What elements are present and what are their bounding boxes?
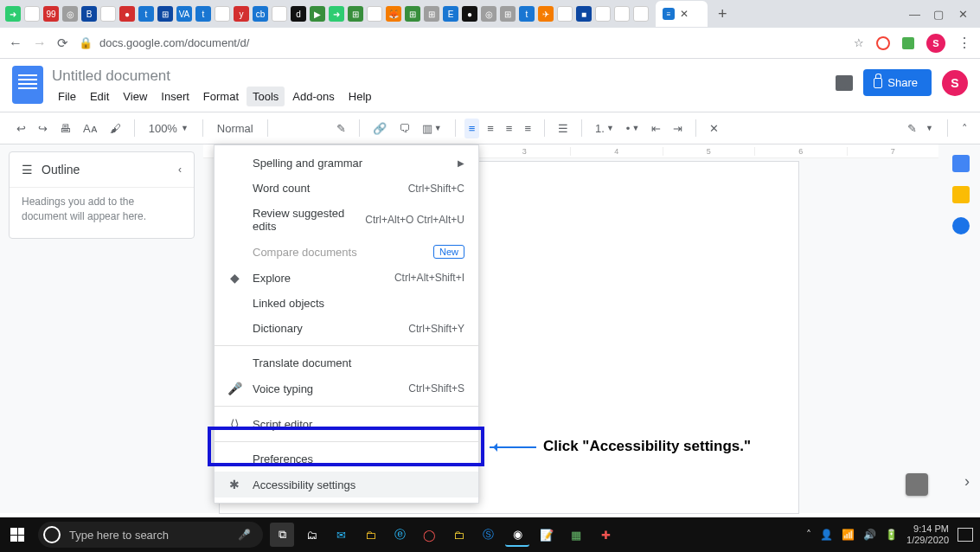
taskview-button[interactable]: ⧉ <box>270 523 294 547</box>
taskbar-search[interactable]: Type here to search 🎤 <box>38 522 263 548</box>
tab-favicon[interactable] <box>24 6 40 22</box>
tab-favicon[interactable]: ▶ <box>310 6 325 22</box>
opera-extension-icon[interactable] <box>876 36 890 50</box>
taskbar-app[interactable]: 🗂 <box>299 523 323 547</box>
menu-file[interactable]: File <box>52 87 82 106</box>
tasks-addon-icon[interactable] <box>952 217 970 234</box>
comment-button[interactable]: 🗨 <box>394 119 414 138</box>
taskbar-app-excel[interactable]: ▦ <box>564 523 588 547</box>
nav-reload-button[interactable]: ⟳ <box>57 35 68 51</box>
tab-favicon[interactable]: e <box>614 6 630 22</box>
taskbar-app-outlook[interactable]: ✉ <box>329 523 353 547</box>
tab-favicon[interactable]: nP <box>272 6 287 22</box>
outline-header[interactable]: ☰ Outline ‹ <box>10 152 194 187</box>
action-center-button[interactable] <box>958 528 973 542</box>
keep-addon-icon[interactable] <box>952 186 970 203</box>
hide-menus-button[interactable]: ˄ <box>962 122 968 135</box>
chrome-menu-button[interactable]: ⋮ <box>958 35 971 51</box>
menu-addons[interactable]: Add-ons <box>286 87 340 106</box>
align-left-button[interactable]: ≡ <box>464 119 480 138</box>
chrome-profile-avatar[interactable]: S <box>926 34 945 53</box>
tab-favicon[interactable]: ◎ <box>215 6 230 22</box>
taskbar-app-skype[interactable]: Ⓢ <box>476 523 500 547</box>
menuitem-preferences[interactable]: Preferences <box>215 446 478 472</box>
menuitem-script-editor[interactable]: ⟨⟩ Script editor <box>215 411 478 437</box>
tab-favicon[interactable]: ➜ <box>5 6 21 22</box>
url-field[interactable]: 🔒 docs.google.com/document/d/ <box>79 36 843 49</box>
taskbar-app[interactable]: 📝 <box>535 523 559 547</box>
menuitem-dictionary[interactable]: Dictionary Ctrl+Shift+Y <box>215 316 478 341</box>
numbered-list-button[interactable]: 1.▼ <box>591 119 618 138</box>
tab-favicon[interactable]: ✈ <box>538 6 554 22</box>
menuitem-translate-document[interactable]: Translate document <box>215 350 478 375</box>
new-tab-button[interactable]: + <box>718 5 727 23</box>
print-button[interactable]: 🖶 <box>55 119 75 138</box>
tab-favicon[interactable]: e <box>595 6 611 22</box>
undo-button[interactable]: ↩ <box>12 119 30 138</box>
account-avatar[interactable]: S <box>942 70 968 96</box>
active-tab[interactable]: ≡ ✕ <box>656 1 708 27</box>
taskbar-clock[interactable]: 9:14 PM 1/29/2020 <box>906 523 949 545</box>
menuitem-linked-objects[interactable]: Linked objects <box>215 291 478 316</box>
menuitem-spelling-grammar[interactable]: Spelling and grammar ▶ <box>215 151 478 176</box>
tab-favicon[interactable]: ◎ <box>481 6 496 22</box>
tab-favicon[interactable]: 99 <box>43 6 59 22</box>
menuitem-word-count[interactable]: Word count Ctrl+Shift+C <box>215 176 478 201</box>
menuitem-review-suggested[interactable]: Review suggested edits Ctrl+Alt+O Ctrl+A… <box>215 201 478 239</box>
paint-format-button[interactable]: 🖌 <box>106 119 125 138</box>
line-spacing-button[interactable]: ☰ <box>554 119 573 138</box>
bulleted-list-button[interactable]: •▼ <box>622 119 644 138</box>
tab-favicon[interactable]: B <box>81 6 97 22</box>
decrease-indent-button[interactable]: ⇤ <box>647 119 665 138</box>
extension-icon[interactable] <box>902 37 914 49</box>
tab-favicon[interactable]: nP <box>367 6 382 22</box>
tray-overflow-button[interactable]: ˄ <box>806 529 811 541</box>
tab-favicon[interactable]: G <box>100 6 116 22</box>
taskbar-app-edge[interactable]: ⓔ <box>388 523 412 547</box>
taskbar-app[interactable]: ✚ <box>593 523 618 547</box>
menu-insert[interactable]: Insert <box>155 87 195 106</box>
align-center-button[interactable]: ≡ <box>483 119 498 138</box>
explore-fab[interactable] <box>906 473 928 496</box>
tab-favicon[interactable]: ■ <box>576 6 592 22</box>
clear-formatting-button[interactable]: ✕ <box>705 119 723 138</box>
open-comments-icon[interactable] <box>836 75 853 91</box>
tab-favicon[interactable]: G <box>557 6 573 22</box>
menuitem-explore[interactable]: ◆ Explore Ctrl+Alt+Shift+I <box>215 265 478 291</box>
tab-favicon[interactable]: ◎ <box>62 6 78 22</box>
menuitem-accessibility-settings[interactable]: ✱ Accessibility settings <box>215 472 478 497</box>
image-button[interactable]: ▥▼ <box>418 119 446 138</box>
share-button[interactable]: Share <box>863 69 932 96</box>
network-icon[interactable]: 📶 <box>842 529 855 541</box>
tab-favicon[interactable]: ➜ <box>329 6 344 22</box>
taskbar-app-explorer[interactable]: 🗀 <box>358 523 382 547</box>
tab-favicon[interactable]: d <box>291 6 306 22</box>
chevron-left-icon[interactable]: ‹ <box>178 164 182 176</box>
taskbar-app-opera[interactable]: ◯ <box>417 523 441 547</box>
styles-dropdown[interactable]: Normal <box>212 122 259 135</box>
tab-favicon[interactable]: ● <box>462 6 477 22</box>
tab-favicon[interactable]: cb <box>253 6 268 22</box>
bookmark-star-icon[interactable]: ☆ <box>854 36 864 49</box>
tab-favicon[interactable]: ⊞ <box>405 6 420 22</box>
tab-favicon[interactable]: ● <box>119 6 135 22</box>
menu-format[interactable]: Format <box>197 87 245 106</box>
align-justify-button[interactable]: ≡ <box>520 119 535 138</box>
menuitem-voice-typing[interactable]: 🎤 Voice typing Ctrl+Shift+S <box>215 375 478 401</box>
calendar-addon-icon[interactable] <box>952 155 970 172</box>
taskbar-app-chrome[interactable]: ◉ <box>505 523 529 547</box>
tab-favicon[interactable]: ⊞ <box>500 6 516 22</box>
people-icon[interactable]: 👤 <box>820 529 833 541</box>
battery-icon[interactable]: 🔋 <box>885 529 898 541</box>
taskbar-app[interactable]: 🗀 <box>446 523 471 547</box>
tab-favicon[interactable]: ⊞ <box>348 6 363 22</box>
window-maximize-button[interactable]: ▢ <box>933 8 944 21</box>
redo-button[interactable]: ↪ <box>34 119 52 138</box>
menu-edit[interactable]: Edit <box>84 87 115 106</box>
tab-favicon[interactable]: t <box>138 6 154 22</box>
hide-side-panel-button[interactable]: › <box>964 472 970 491</box>
tab-favicon[interactable]: y <box>234 6 249 22</box>
tab-favicon[interactable]: t <box>195 6 211 22</box>
window-close-button[interactable]: ✕ <box>958 8 968 21</box>
tab-favicon[interactable]: E <box>443 6 458 22</box>
